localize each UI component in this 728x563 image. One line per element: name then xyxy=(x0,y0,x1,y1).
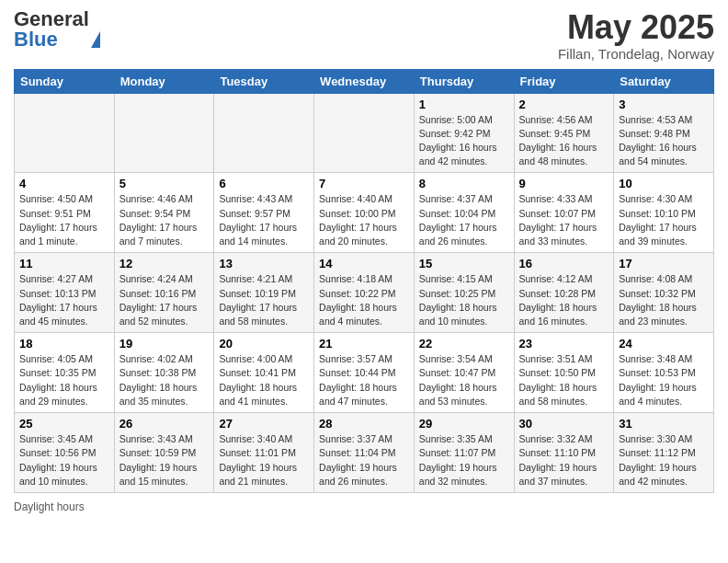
day-info: Sunrise: 3:54 AMSunset: 10:47 PMDaylight… xyxy=(419,352,509,408)
calendar-cell: 12Sunrise: 4:24 AMSunset: 10:16 PMDaylig… xyxy=(114,253,214,333)
calendar-cell xyxy=(214,93,314,173)
day-number: 23 xyxy=(519,337,609,350)
day-of-week-header: Sunday xyxy=(15,69,115,93)
logo: General Blue xyxy=(14,9,100,50)
day-of-week-header: Friday xyxy=(514,69,614,93)
day-number: 18 xyxy=(19,337,109,350)
calendar-cell: 18Sunrise: 4:05 AMSunset: 10:35 PMDaylig… xyxy=(15,333,115,413)
day-number: 17 xyxy=(619,257,709,270)
calendar-cell: 11Sunrise: 4:27 AMSunset: 10:13 PMDaylig… xyxy=(15,253,115,333)
day-number: 13 xyxy=(219,257,309,270)
day-info: Sunrise: 3:45 AMSunset: 10:56 PMDaylight… xyxy=(19,432,109,488)
calendar-cell: 31Sunrise: 3:30 AMSunset: 11:12 PMDaylig… xyxy=(614,413,714,493)
calendar-cell: 6Sunrise: 4:43 AMSunset: 9:57 PMDaylight… xyxy=(214,173,314,253)
day-info: Sunrise: 3:48 AMSunset: 10:53 PMDaylight… xyxy=(619,352,709,408)
day-info: Sunrise: 3:57 AMSunset: 10:44 PMDaylight… xyxy=(319,352,409,408)
footer: Daylight hours xyxy=(14,500,714,513)
day-info: Sunrise: 4:50 AMSunset: 9:51 PMDaylight:… xyxy=(19,192,109,248)
day-info: Sunrise: 4:43 AMSunset: 9:57 PMDaylight:… xyxy=(219,192,309,248)
day-info: Sunrise: 4:15 AMSunset: 10:25 PMDaylight… xyxy=(419,272,509,328)
calendar-cell: 1Sunrise: 5:00 AMSunset: 9:42 PMDaylight… xyxy=(414,93,514,173)
day-number: 9 xyxy=(519,177,609,190)
day-number: 19 xyxy=(119,337,210,350)
day-of-week-header: Wednesday xyxy=(314,69,415,93)
day-number: 4 xyxy=(19,177,109,190)
day-number: 25 xyxy=(19,417,109,431)
calendar-cell: 2Sunrise: 4:56 AMSunset: 9:45 PMDaylight… xyxy=(514,93,614,173)
day-number: 7 xyxy=(319,177,409,190)
calendar-cell: 24Sunrise: 3:48 AMSunset: 10:53 PMDaylig… xyxy=(614,333,714,413)
day-info: Sunrise: 5:00 AMSunset: 9:42 PMDaylight:… xyxy=(419,113,509,169)
day-info: Sunrise: 4:33 AMSunset: 10:07 PMDaylight… xyxy=(519,192,609,248)
calendar-cell xyxy=(314,93,415,173)
calendar-cell: 14Sunrise: 4:18 AMSunset: 10:22 PMDaylig… xyxy=(314,253,415,333)
day-info: Sunrise: 4:00 AMSunset: 10:41 PMDaylight… xyxy=(219,352,309,408)
calendar-table: SundayMondayTuesdayWednesdayThursdayFrid… xyxy=(14,69,714,493)
calendar-cell: 23Sunrise: 3:51 AMSunset: 10:50 PMDaylig… xyxy=(514,333,614,413)
day-info: Sunrise: 4:56 AMSunset: 9:45 PMDaylight:… xyxy=(519,113,609,169)
calendar-cell: 16Sunrise: 4:12 AMSunset: 10:28 PMDaylig… xyxy=(514,253,614,333)
day-info: Sunrise: 3:37 AMSunset: 11:04 PMDaylight… xyxy=(319,432,409,488)
day-number: 11 xyxy=(19,257,109,270)
day-number: 12 xyxy=(119,257,210,270)
calendar-cell: 17Sunrise: 4:08 AMSunset: 10:32 PMDaylig… xyxy=(614,253,714,333)
day-info: Sunrise: 3:35 AMSunset: 11:07 PMDaylight… xyxy=(419,432,509,488)
day-of-week-header: Monday xyxy=(114,69,214,93)
day-info: Sunrise: 4:53 AMSunset: 9:48 PMDaylight:… xyxy=(619,113,709,169)
calendar-cell: 20Sunrise: 4:00 AMSunset: 10:41 PMDaylig… xyxy=(214,333,314,413)
day-number: 24 xyxy=(619,337,709,350)
day-of-week-header: Thursday xyxy=(414,69,514,93)
day-info: Sunrise: 4:40 AMSunset: 10:00 PMDaylight… xyxy=(319,192,409,248)
day-info: Sunrise: 4:18 AMSunset: 10:22 PMDaylight… xyxy=(319,272,409,328)
calendar-cell: 22Sunrise: 3:54 AMSunset: 10:47 PMDaylig… xyxy=(414,333,514,413)
calendar-cell: 26Sunrise: 3:43 AMSunset: 10:59 PMDaylig… xyxy=(114,413,214,493)
calendar-cell: 10Sunrise: 4:30 AMSunset: 10:10 PMDaylig… xyxy=(614,173,714,253)
month-title: May 2025 xyxy=(558,9,714,46)
calendar-cell: 4Sunrise: 4:50 AMSunset: 9:51 PMDaylight… xyxy=(15,173,115,253)
day-info: Sunrise: 4:27 AMSunset: 10:13 PMDaylight… xyxy=(19,272,109,328)
day-info: Sunrise: 3:51 AMSunset: 10:50 PMDaylight… xyxy=(519,352,609,408)
day-number: 28 xyxy=(319,417,409,431)
day-info: Sunrise: 4:30 AMSunset: 10:10 PMDaylight… xyxy=(619,192,709,248)
calendar-cell: 19Sunrise: 4:02 AMSunset: 10:38 PMDaylig… xyxy=(114,333,214,413)
calendar-cell: 21Sunrise: 3:57 AMSunset: 10:44 PMDaylig… xyxy=(314,333,415,413)
day-of-week-header: Tuesday xyxy=(214,69,314,93)
day-number: 5 xyxy=(119,177,210,190)
logo-triangle-icon xyxy=(91,31,100,48)
day-number: 31 xyxy=(619,417,709,431)
calendar-cell: 29Sunrise: 3:35 AMSunset: 11:07 PMDaylig… xyxy=(414,413,514,493)
day-of-week-header: Saturday xyxy=(614,69,714,93)
title-area: May 2025 Fillan, Trondelag, Norway xyxy=(558,9,714,62)
calendar-cell: 27Sunrise: 3:40 AMSunset: 11:01 PMDaylig… xyxy=(214,413,314,493)
day-number: 27 xyxy=(219,417,309,431)
calendar-cell xyxy=(15,93,115,173)
calendar-cell: 15Sunrise: 4:15 AMSunset: 10:25 PMDaylig… xyxy=(414,253,514,333)
day-number: 30 xyxy=(519,417,609,431)
calendar-cell xyxy=(114,93,214,173)
calendar-cell: 30Sunrise: 3:32 AMSunset: 11:10 PMDaylig… xyxy=(514,413,614,493)
location-title: Fillan, Trondelag, Norway xyxy=(558,46,714,62)
day-info: Sunrise: 3:40 AMSunset: 11:01 PMDaylight… xyxy=(219,432,309,488)
day-number: 26 xyxy=(119,417,210,431)
day-info: Sunrise: 3:30 AMSunset: 11:12 PMDaylight… xyxy=(619,432,709,488)
day-info: Sunrise: 4:21 AMSunset: 10:19 PMDaylight… xyxy=(219,272,309,328)
day-number: 6 xyxy=(219,177,309,190)
day-number: 15 xyxy=(419,257,509,270)
day-info: Sunrise: 3:43 AMSunset: 10:59 PMDaylight… xyxy=(119,432,210,488)
day-info: Sunrise: 4:46 AMSunset: 9:54 PMDaylight:… xyxy=(119,192,210,248)
day-info: Sunrise: 3:32 AMSunset: 11:10 PMDaylight… xyxy=(519,432,609,488)
day-number: 14 xyxy=(319,257,409,270)
day-info: Sunrise: 4:02 AMSunset: 10:38 PMDaylight… xyxy=(119,352,210,408)
day-number: 2 xyxy=(519,98,609,111)
day-number: 20 xyxy=(219,337,309,350)
day-number: 3 xyxy=(619,98,709,111)
day-number: 8 xyxy=(419,177,509,190)
header: General Blue May 2025 Fillan, Trondelag,… xyxy=(14,9,714,62)
daylight-label: Daylight hours xyxy=(14,500,85,513)
day-info: Sunrise: 4:08 AMSunset: 10:32 PMDaylight… xyxy=(619,272,709,328)
calendar-cell: 28Sunrise: 3:37 AMSunset: 11:04 PMDaylig… xyxy=(314,413,415,493)
calendar-cell: 9Sunrise: 4:33 AMSunset: 10:07 PMDayligh… xyxy=(514,173,614,253)
calendar-cell: 3Sunrise: 4:53 AMSunset: 9:48 PMDaylight… xyxy=(614,93,714,173)
day-info: Sunrise: 4:12 AMSunset: 10:28 PMDaylight… xyxy=(519,272,609,328)
day-number: 1 xyxy=(419,98,509,111)
